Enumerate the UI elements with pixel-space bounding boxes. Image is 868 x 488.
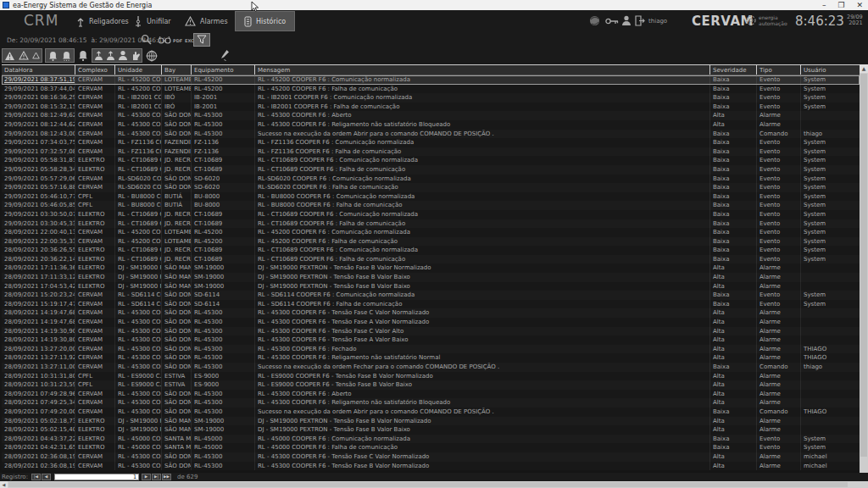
cell-equipamento: CT-10689	[191, 255, 254, 264]
nav-item-unifilar[interactable]: Unifilar	[134, 14, 171, 29]
table-row[interactable]: 28/09/2021 10:31:23,597 CPFL RL - ES9000…	[2, 380, 860, 390]
table-row[interactable]: 29/09/2021 03:30:50,070 ELEKTRO RL - CT1…	[2, 210, 860, 219]
record-number-input[interactable]	[54, 474, 139, 480]
bell-icon[interactable]	[48, 51, 58, 61]
scroll-left-icon[interactable]: ◀	[0, 481, 8, 488]
search-icon[interactable]	[141, 34, 152, 45]
table-row[interactable]: 28/09/2021 20:36:22,143 ELEKTRO RL - CT1…	[2, 255, 860, 264]
table-row[interactable]: 28/09/2021 22:00:40,133 CERVAM RL - 4520…	[2, 228, 860, 237]
column-header-complexo[interactable]: Complexo	[75, 65, 114, 75]
table-row[interactable]: 28/09/2021 17:04:53,420 ELEKTRO DJ - SM1…	[2, 282, 860, 291]
alarm-triangle-outline-icon[interactable]	[19, 51, 29, 60]
table-row[interactable]: 28/09/2021 14:19:47,687 CERVAM RL - 4530…	[2, 308, 860, 318]
table-row[interactable]: 29/09/2021 08:12:43,000 CERVAM RL - 4530…	[2, 130, 860, 139]
operator-icon[interactable]	[118, 50, 128, 61]
table-row[interactable]: 29/09/2021 07:34:03,757 CERVAM RL - FZ11…	[2, 138, 860, 147]
glasses-icon[interactable]	[158, 36, 171, 44]
table-row[interactable]: 28/09/2021 14:19:30,907 CERVAM RL - 4530…	[2, 327, 860, 336]
cell-datahora: 29/09/2021 05:46:05,850	[2, 201, 75, 210]
table-row[interactable]: 28/09/2021 20:36:26,550 ELEKTRO RL - CT1…	[2, 246, 860, 255]
table-row[interactable]: 28/09/2021 10:31:31,800 CPFL RL - ES9000…	[2, 372, 860, 381]
column-header-datahora[interactable]: DataHora	[2, 65, 75, 75]
bell-dots-icon[interactable]	[62, 51, 71, 61]
column-header-unidade[interactable]: Unidade	[114, 65, 161, 75]
table-row[interactable]: 28/09/2021 22:00:35,330 CERVAM RL - 4520…	[2, 237, 860, 247]
table-row[interactable]: 29/09/2021 08:37:44,043 CERVAM RL - 4520…	[2, 85, 860, 94]
key-icon[interactable]	[605, 18, 619, 25]
first-page-button[interactable]: |◀	[31, 474, 41, 480]
next-page-button[interactable]: ▶	[142, 474, 151, 480]
horizontal-scroll-thumb[interactable]	[8, 482, 848, 487]
logout-icon[interactable]	[635, 15, 645, 26]
table-row[interactable]: 28/09/2021 17:11:36,360 ELEKTRO DJ - SM1…	[2, 263, 860, 273]
prev-page-button[interactable]: ◀	[42, 474, 51, 480]
horizontal-scrollbar[interactable]: ◀	[0, 481, 868, 488]
table-row[interactable]: 28/09/2021 15:20:23,247 CERVAM RL - SD61…	[2, 291, 860, 300]
vertical-scroll-thumb[interactable]	[860, 74, 867, 457]
crosshair-globe-icon[interactable]	[146, 50, 158, 62]
column-header-bay[interactable]: Bay	[161, 65, 191, 75]
column-header-equipamento[interactable]: Equipamento	[191, 65, 254, 75]
brand-subtitle: energia automação	[759, 14, 787, 26]
table-row[interactable]: 29/09/2021 08:37:51,190 CERVAM RL - 4520…	[2, 75, 860, 85]
table-row[interactable]: 28/09/2021 04:43:37,227 ELEKTRO RL - 450…	[2, 435, 860, 444]
table-row[interactable]: 28/09/2021 07:49:20,000 CERVAM RL - 4530…	[2, 408, 860, 417]
table-row[interactable]: 29/09/2021 05:58:31,833 ELEKTRO RL - CT1…	[2, 156, 860, 165]
table-row[interactable]: 29/09/2021 08:12:44,620 CERVAM RL - 4530…	[2, 120, 860, 130]
table-row[interactable]: 29/09/2021 05:58:28,347 ELEKTRO RL - CT1…	[2, 165, 860, 175]
person-up-icon[interactable]	[94, 50, 103, 61]
table-row[interactable]: 29/09/2021 08:12:49,623 CERVAM RL - 4530…	[2, 111, 860, 120]
column-header-usuario[interactable]: Usuário	[800, 65, 860, 75]
column-header-severidade[interactable]: Severidade	[709, 65, 756, 75]
table-row[interactable]: 28/09/2021 07:49:28,967 CERVAM RL - 4530…	[2, 390, 860, 399]
table-row[interactable]: 29/09/2021 05:46:10,777 CPFL RL - BU8000…	[2, 192, 860, 202]
next-end-page-button[interactable]: ▶|	[152, 474, 161, 480]
pdf-export-icon[interactable]: PDF	[173, 38, 182, 43]
table-row[interactable]: 29/09/2021 05:57:29,067 CERVAM RL-SD6020…	[2, 175, 860, 184]
table-row[interactable]: 29/09/2021 05:57:16,880 CERVAM RL-SD6020…	[2, 183, 860, 192]
table-row[interactable]: 28/09/2021 14:19:30,807 CERVAM RL - 4530…	[2, 336, 860, 345]
cell-bay: SÃO DOM...	[161, 175, 191, 184]
tool-row	[0, 47, 868, 64]
table-row[interactable]: 28/09/2021 13:27:13,927 CERVAM RL - 4530…	[2, 353, 860, 363]
table-row[interactable]: 28/09/2021 13:27:20,000 CERVAM RL - 4530…	[2, 345, 860, 354]
table-row[interactable]: 28/09/2021 05:02:15,403 ELEKTRO DJ - SM1…	[2, 425, 860, 435]
user-icon[interactable]	[621, 15, 632, 26]
column-header-tipo[interactable]: Tipo	[756, 65, 800, 75]
cell-usuario: System	[800, 192, 860, 202]
nav-item-historico[interactable]: Histórico	[235, 11, 295, 31]
hand-icon[interactable]	[131, 50, 141, 61]
table-row[interactable]: 28/09/2021 04:42:31,650 ELEKTRO RL - 450…	[2, 443, 860, 452]
pencil-icon[interactable]	[220, 49, 230, 62]
nav-item-religadores[interactable]: Religadores	[76, 14, 129, 29]
to-value[interactable]: 29/09/2021 08:46:10	[99, 36, 166, 44]
table-row[interactable]: 28/09/2021 02:36:08,190 CERVAM RL - 4530…	[2, 452, 860, 462]
table-row[interactable]: 28/09/2021 17:11:33,127 ELEKTRO DJ - SM1…	[2, 273, 860, 282]
from-value[interactable]: 20/09/2021 08:46:15	[19, 36, 86, 44]
minimize-button[interactable]: –	[822, 0, 826, 10]
column-header-mensagem[interactable]: Mensagem	[254, 65, 709, 75]
table-row[interactable]: 28/09/2021 05:02:18,733 ELEKTRO DJ - SM1…	[2, 417, 860, 426]
maximize-button[interactable]: ❐	[837, 0, 844, 10]
bell-active-icon[interactable]	[78, 50, 88, 61]
nav-item-alarmes[interactable]: Alarmes	[185, 14, 228, 29]
vertical-scrollbar[interactable]: ▲	[860, 64, 868, 473]
table-row[interactable]: 28/09/2021 14:19:47,687 CERVAM RL - 4530…	[2, 318, 860, 327]
person-up-alt-icon[interactable]	[106, 50, 115, 61]
table-row[interactable]: 28/09/2021 15:19:17,473 CERVAM RL - SD61…	[2, 300, 860, 309]
table-row[interactable]: 28/09/2021 07:49:25,340 CERVAM RL - 4530…	[2, 398, 860, 408]
globe-icon[interactable]	[589, 15, 600, 26]
table-row[interactable]: 29/09/2021 05:46:05,850 CPFL RL - BU8000…	[2, 201, 860, 210]
alarm-triangle-filled-icon[interactable]	[4, 51, 15, 61]
last-page-button[interactable]: ▶▶	[162, 474, 171, 480]
close-button[interactable]: ✕	[856, 0, 863, 10]
table-row[interactable]: 29/09/2021 08:15:32,157 CERVAM RL - IB20…	[2, 103, 860, 112]
filter-funnel-button[interactable]	[193, 33, 210, 47]
alarm-triangle-small-icon[interactable]	[32, 52, 40, 59]
scroll-up-icon[interactable]: ▲	[860, 64, 868, 73]
table-row[interactable]: 29/09/2021 07:32:57,080 CERVAM RL - FZ11…	[2, 147, 860, 157]
table-row[interactable]: 28/09/2021 13:27:11,000 CERVAM RL - 4530…	[2, 363, 860, 372]
table-row[interactable]: 29/09/2021 03:30:45,333 ELEKTRO RL - CT1…	[2, 219, 860, 229]
table-row[interactable]: 28/09/2021 02:36:08,190 CERVAM RL - 4530…	[2, 462, 860, 471]
table-row[interactable]: 29/09/2021 08:16:36,297 CERVAM RL - IB20…	[2, 93, 860, 103]
